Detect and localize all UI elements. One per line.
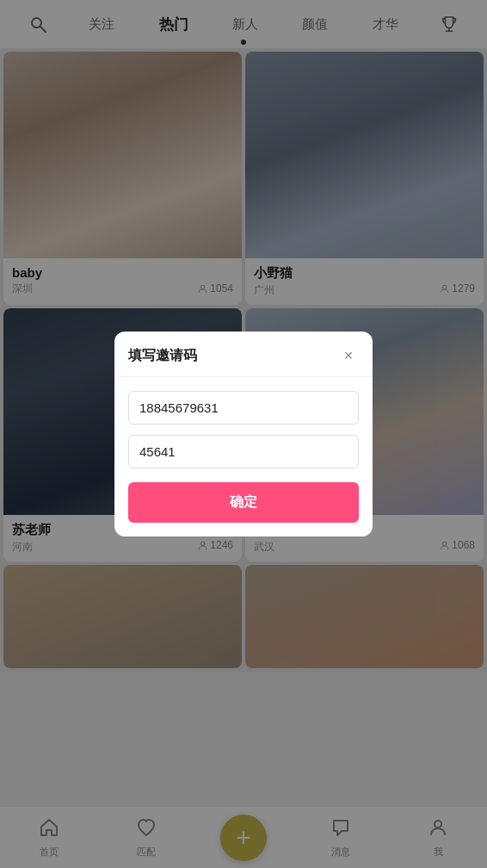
invite-code-modal: 填写邀请码 × 确定 xyxy=(114,332,373,536)
confirm-button[interactable]: 确定 xyxy=(128,482,359,523)
modal-title: 填写邀请码 xyxy=(128,347,197,365)
invite-code-input[interactable] xyxy=(128,435,359,468)
modal-overlay: 填写邀请码 × 确定 xyxy=(0,0,487,868)
phone-input[interactable] xyxy=(128,391,359,425)
modal-close-button[interactable]: × xyxy=(338,345,359,366)
modal-header: 填写邀请码 × xyxy=(114,332,373,377)
modal-body: 确定 xyxy=(114,377,373,536)
